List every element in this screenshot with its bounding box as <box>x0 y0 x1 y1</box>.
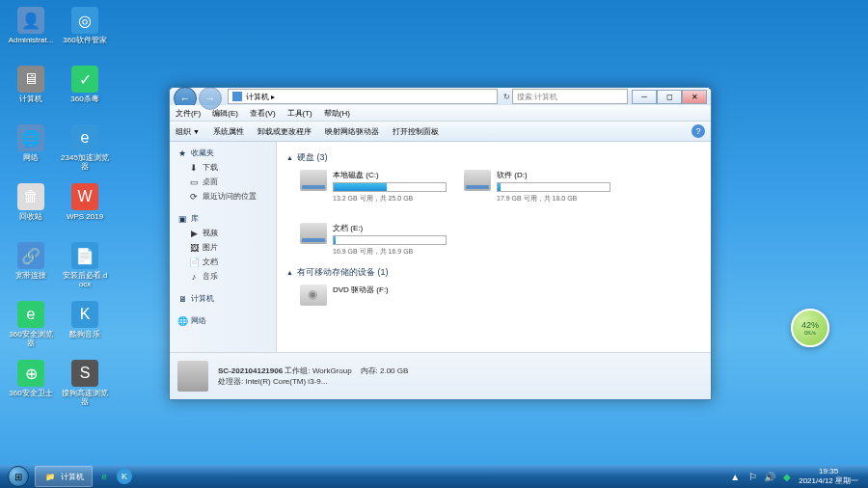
icon-label: WPS 2019 <box>67 212 103 221</box>
tray-shield-icon[interactable]: ◆ <box>781 471 793 482</box>
item-icon: 🖼 <box>189 243 199 253</box>
content-pane: ▲硬盘 (3) 本地磁盘 (C:)13.2 GB 可用，共 25.0 GB软件 … <box>277 142 711 352</box>
desktop-icon[interactable]: e360安全浏览器 <box>5 299 57 356</box>
drive-item[interactable]: 软件 (D:)17.9 GB 可用，共 18.0 GB <box>464 170 609 203</box>
item-icon: ▶ <box>189 229 199 238</box>
sidebar-item[interactable]: 📄文档 <box>170 255 276 269</box>
group-removable[interactable]: ▲有可移动存储的设备 (1) <box>286 266 701 279</box>
group-hard-disks[interactable]: ▲硬盘 (3) <box>286 151 701 164</box>
drive-item[interactable]: 文档 (E:)16.9 GB 可用，共 16.9 GB <box>300 223 445 257</box>
desktop-icon[interactable]: 🔗宽带连接 <box>5 240 57 297</box>
toolbar-item[interactable]: 打开控制面板 <box>393 126 439 137</box>
toolbar-item[interactable]: 卸载或更改程序 <box>258 126 312 137</box>
app-icon: 📄 <box>71 242 98 269</box>
desktop-icon[interactable]: ✓360杀毒 <box>59 64 111 121</box>
desktop-icon[interactable]: WWPS 2019 <box>59 181 111 238</box>
nav-forward-button[interactable]: → <box>199 87 222 110</box>
sidebar-libraries-header[interactable]: ▣库 <box>170 211 276 226</box>
desktop-icon[interactable]: 📄安装后必看.docx <box>59 240 111 297</box>
widget-speed: 0K/s <box>804 330 816 336</box>
icon-label: 宽带连接 <box>15 271 46 280</box>
icon-label: 360软件管家 <box>63 36 106 44</box>
address-bar[interactable]: 计算机 ▸ <box>228 89 498 104</box>
capacity-bar <box>497 182 610 192</box>
taskbar-pin-kugou[interactable]: K <box>117 469 132 484</box>
desktop-icon[interactable]: S搜狗高速浏览器 <box>59 358 111 415</box>
drive-capacity-text: 13.2 GB 可用，共 25.0 GB <box>333 194 445 203</box>
computer-icon <box>232 92 242 101</box>
capacity-bar <box>333 182 447 192</box>
sidebar-item[interactable]: ⟳最近访问的位置 <box>170 189 276 203</box>
icon-label: Administrat... <box>9 36 54 44</box>
desktop-icon[interactable]: e2345加速浏览器 <box>59 122 111 179</box>
start-button[interactable]: ⊞ <box>4 465 33 488</box>
search-placeholder: 搜索 计算机 <box>517 92 557 102</box>
toolbar-item[interactable]: 组织 ▼ <box>176 126 200 137</box>
help-icon[interactable]: ? <box>692 124 705 138</box>
menu-item[interactable]: 文件(F) <box>176 108 201 119</box>
hard-disk-icon <box>464 170 491 191</box>
sidebar-favorites-header[interactable]: ★收藏夹 <box>170 146 276 160</box>
sidebar-computer[interactable]: 🖥计算机 <box>170 291 276 306</box>
tray-flag-icon[interactable]: ⚐ <box>746 471 758 482</box>
toolbar-item[interactable]: 映射网络驱动器 <box>325 126 379 137</box>
item-icon: ⟳ <box>189 192 199 202</box>
menu-item[interactable]: 帮助(H) <box>324 108 350 119</box>
drive-capacity-text: 16.9 GB 可用，共 16.9 GB <box>333 247 445 257</box>
desktop-icon[interactable]: 🗑回收站 <box>5 181 57 238</box>
drive-name: 软件 (D:) <box>497 170 609 180</box>
sidebar-network[interactable]: 🌐网络 <box>170 313 276 328</box>
hard-disk-icon <box>300 170 327 191</box>
folder-icon: 📁 <box>43 470 57 483</box>
sidebar: ★收藏夹 ⬇下载▭桌面⟳最近访问的位置 ▣库 ▶视频🖼图片📄文档♪音乐 🖥计算机… <box>170 142 277 352</box>
app-icon: ◎ <box>71 7 98 34</box>
library-icon: ▣ <box>177 214 187 224</box>
app-icon: ✓ <box>71 66 98 93</box>
app-icon: 🖥 <box>17 66 44 93</box>
taskbar-clock[interactable]: 19:35 2021/4/12 星期一 <box>799 467 858 486</box>
details-pane: SC-202104121906 工作组: WorkGroup 内存: 2.00 … <box>170 352 711 399</box>
close-button[interactable]: ✕ <box>682 90 707 104</box>
desktop-icon[interactable]: 🖥计算机 <box>5 64 57 121</box>
desktop-icon[interactable]: 👤Administrat... <box>5 5 57 62</box>
desktop-icon[interactable]: 🌐网络 <box>5 122 57 179</box>
menu-item[interactable]: 工具(T) <box>287 108 312 119</box>
icon-label: 酷狗音乐 <box>69 330 100 339</box>
sidebar-item[interactable]: ⬇下载 <box>170 160 276 175</box>
app-icon: e <box>71 124 98 151</box>
menu-item[interactable]: 编辑(E) <box>212 108 238 119</box>
item-icon: ♪ <box>189 272 199 282</box>
drive-capacity-text: 17.9 GB 可用，共 18.0 GB <box>497 194 609 203</box>
tray-network-icon[interactable]: 🔊 <box>764 471 775 482</box>
star-icon: ★ <box>177 149 187 158</box>
desktop-icon[interactable]: ⊕360安全卫士 <box>5 358 57 415</box>
taskbar: ⊞ 📁 计算机 e K ▲ ⚐ 🔊 ◆ 19:35 2021/4/12 星期一 <box>0 465 868 488</box>
sidebar-item[interactable]: ▭桌面 <box>170 175 276 189</box>
taskbar-task-computer[interactable]: 📁 计算机 <box>35 466 93 487</box>
maximize-button[interactable]: ◻ <box>657 90 682 104</box>
refresh-icon[interactable]: ↻ <box>503 93 510 101</box>
sidebar-item[interactable]: ♪音乐 <box>170 269 276 284</box>
speed-widget[interactable]: 42% 0K/s <box>791 309 829 347</box>
computer-large-icon <box>177 361 208 392</box>
desktop-icon[interactable]: ◎360软件管家 <box>59 5 111 62</box>
desktop-icon[interactable]: K酷狗音乐 <box>59 299 111 356</box>
taskbar-pin-360[interactable]: e <box>97 470 111 483</box>
collapse-icon: ▲ <box>286 269 293 276</box>
drive-item[interactable]: 本地磁盘 (C:)13.2 GB 可用，共 25.0 GB <box>300 170 445 203</box>
minimize-button[interactable]: ─ <box>632 90 657 104</box>
dvd-drive-item[interactable]: DVD 驱动器 (F:) <box>300 285 445 306</box>
toolbar-item[interactable]: 系统属性 <box>213 126 244 137</box>
address-text: 计算机 ▸ <box>246 92 275 102</box>
sidebar-item[interactable]: 🖼图片 <box>170 240 276 255</box>
capacity-bar <box>333 235 447 245</box>
menu-item[interactable]: 查看(V) <box>250 108 276 119</box>
app-icon: 🗑 <box>17 183 44 210</box>
sidebar-item[interactable]: ▶视频 <box>170 226 276 240</box>
explorer-window: ← → 计算机 ▸ ↻ 搜索 计算机 ─ ◻ ✕ 文件(F)编辑(E)查看(V)… <box>169 87 712 400</box>
drive-name: 本地磁盘 (C:) <box>333 170 445 180</box>
titlebar: ← → 计算机 ▸ ↻ 搜索 计算机 ─ ◻ ✕ <box>170 88 711 105</box>
icon-label: 360安全浏览器 <box>7 330 55 347</box>
tray-up-icon[interactable]: ▲ <box>729 471 741 482</box>
search-input[interactable]: 搜索 计算机 <box>512 89 628 104</box>
